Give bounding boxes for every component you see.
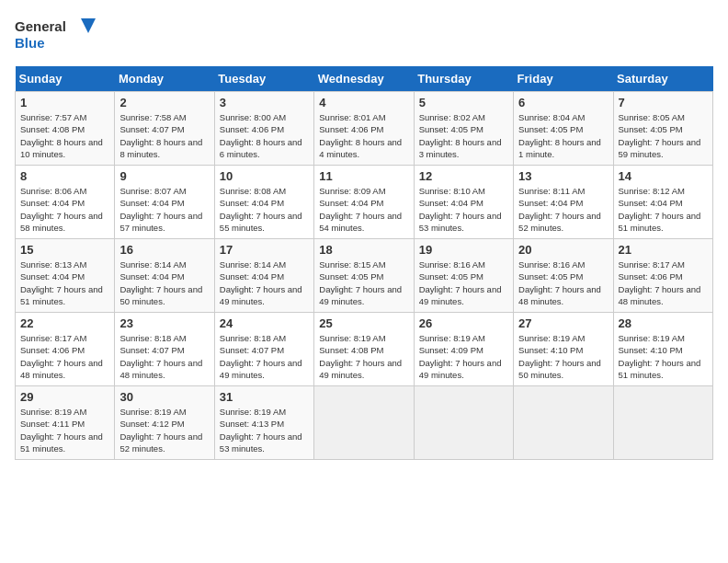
day-number: 15 [20,243,109,257]
svg-text:General: General [15,18,66,34]
calendar-day-cell: 4 Sunrise: 8:01 AM Sunset: 4:06 PM Dayli… [314,92,414,166]
day-info: Sunrise: 8:18 AM Sunset: 4:07 PM Dayligh… [119,332,209,381]
day-info: Sunrise: 7:57 AM Sunset: 4:08 PM Dayligh… [20,111,109,160]
calendar-day-cell: 15 Sunrise: 8:13 AM Sunset: 4:04 PM Dayl… [16,239,115,313]
day-info: Sunrise: 8:17 AM Sunset: 4:06 PM Dayligh… [20,332,109,381]
day-number: 31 [220,390,309,404]
day-number: 25 [319,316,408,330]
calendar-day-cell: 1 Sunrise: 7:57 AM Sunset: 4:08 PM Dayli… [16,92,115,166]
day-info: Sunrise: 8:19 AM Sunset: 4:12 PM Dayligh… [119,406,209,454]
calendar-day-cell: 29 Sunrise: 8:19 AM Sunset: 4:11 PM Dayl… [16,386,115,460]
day-number: 13 [518,169,608,183]
day-info: Sunrise: 8:16 AM Sunset: 4:05 PM Dayligh… [419,259,508,307]
day-info: Sunrise: 8:19 AM Sunset: 4:09 PM Dayligh… [419,332,508,381]
day-number: 20 [518,243,608,257]
calendar-day-cell: 8 Sunrise: 8:06 AM Sunset: 4:04 PM Dayli… [16,166,115,239]
calendar-day-cell: 16 Sunrise: 8:14 AM Sunset: 4:04 PM Dayl… [115,239,214,313]
day-of-week-header: Thursday [414,66,513,92]
calendar-day-cell: 10 Sunrise: 8:08 AM Sunset: 4:04 PM Dayl… [214,166,313,239]
calendar-day-cell: 20 Sunrise: 8:16 AM Sunset: 4:05 PM Dayl… [514,239,613,313]
day-number: 21 [619,243,708,257]
day-of-week-header: Sunday [16,66,115,92]
day-number: 6 [518,96,608,109]
calendar-day-cell: 30 Sunrise: 8:19 AM Sunset: 4:12 PM Dayl… [115,386,214,460]
day-number: 5 [419,96,508,109]
day-info: Sunrise: 8:07 AM Sunset: 4:04 PM Dayligh… [119,185,209,234]
day-info: Sunrise: 8:19 AM Sunset: 4:11 PM Dayligh… [20,406,109,454]
empty-cell [613,386,712,460]
day-info: Sunrise: 8:05 AM Sunset: 4:05 PM Dayligh… [619,111,708,160]
day-info: Sunrise: 8:10 AM Sunset: 4:04 PM Dayligh… [419,185,508,234]
calendar-day-cell: 14 Sunrise: 8:12 AM Sunset: 4:04 PM Dayl… [613,166,712,239]
day-info: Sunrise: 8:00 AM Sunset: 4:06 PM Dayligh… [220,111,309,160]
day-number: 1 [20,96,109,109]
calendar-day-cell: 24 Sunrise: 8:18 AM Sunset: 4:07 PM Dayl… [214,313,313,386]
day-number: 3 [220,96,309,109]
day-number: 11 [319,169,408,183]
day-number: 17 [220,243,309,257]
day-of-week-header: Tuesday [214,66,313,92]
calendar-day-cell: 19 Sunrise: 8:16 AM Sunset: 4:05 PM Dayl… [414,239,513,313]
day-info: Sunrise: 8:11 AM Sunset: 4:04 PM Dayligh… [518,185,608,234]
day-info: Sunrise: 8:19 AM Sunset: 4:10 PM Dayligh… [619,332,708,381]
day-info: Sunrise: 8:13 AM Sunset: 4:04 PM Dayligh… [20,259,109,307]
calendar-day-cell: 2 Sunrise: 7:58 AM Sunset: 4:07 PM Dayli… [115,92,214,166]
day-number: 28 [619,316,708,330]
calendar-day-cell: 18 Sunrise: 8:15 AM Sunset: 4:05 PM Dayl… [314,239,414,313]
day-number: 22 [20,316,109,330]
day-of-week-header: Saturday [613,66,712,92]
day-number: 23 [119,316,209,330]
day-info: Sunrise: 8:19 AM Sunset: 4:13 PM Dayligh… [220,406,309,454]
calendar-day-cell: 6 Sunrise: 8:04 AM Sunset: 4:05 PM Dayli… [514,92,613,166]
calendar-day-cell: 31 Sunrise: 8:19 AM Sunset: 4:13 PM Dayl… [214,386,313,460]
day-info: Sunrise: 8:09 AM Sunset: 4:04 PM Dayligh… [319,185,408,234]
calendar-day-cell: 13 Sunrise: 8:11 AM Sunset: 4:04 PM Dayl… [514,166,613,239]
day-of-week-header: Monday [115,66,214,92]
calendar-day-cell: 28 Sunrise: 8:19 AM Sunset: 4:10 PM Dayl… [613,313,712,386]
calendar-day-cell: 26 Sunrise: 8:19 AM Sunset: 4:09 PM Dayl… [414,313,513,386]
day-number: 24 [220,316,309,330]
svg-text:Blue: Blue [15,35,45,51]
day-number: 29 [20,390,109,404]
calendar-table: SundayMondayTuesdayWednesdayThursdayFrid… [15,66,713,460]
empty-cell [414,386,513,460]
day-of-week-header: Wednesday [314,66,414,92]
day-number: 10 [220,169,309,183]
day-number: 7 [619,96,708,109]
day-info: Sunrise: 8:14 AM Sunset: 4:04 PM Dayligh… [220,259,309,307]
day-info: Sunrise: 8:04 AM Sunset: 4:05 PM Dayligh… [518,111,608,160]
day-number: 18 [319,243,408,257]
day-info: Sunrise: 8:15 AM Sunset: 4:05 PM Dayligh… [319,259,408,307]
calendar-day-cell: 21 Sunrise: 8:17 AM Sunset: 4:06 PM Dayl… [613,239,712,313]
empty-cell [314,386,414,460]
day-number: 26 [419,316,508,330]
page-header: General Blue [15,15,713,55]
day-of-week-header: Friday [514,66,613,92]
logo: General Blue [15,15,97,55]
calendar-day-cell: 22 Sunrise: 8:17 AM Sunset: 4:06 PM Dayl… [16,313,115,386]
day-info: Sunrise: 8:01 AM Sunset: 4:06 PM Dayligh… [319,111,408,160]
calendar-day-cell: 12 Sunrise: 8:10 AM Sunset: 4:04 PM Dayl… [414,166,513,239]
calendar-day-cell: 17 Sunrise: 8:14 AM Sunset: 4:04 PM Dayl… [214,239,313,313]
day-number: 30 [119,390,209,404]
calendar-day-cell: 11 Sunrise: 8:09 AM Sunset: 4:04 PM Dayl… [314,166,414,239]
day-number: 16 [119,243,209,257]
calendar-day-cell: 23 Sunrise: 8:18 AM Sunset: 4:07 PM Dayl… [115,313,214,386]
day-info: Sunrise: 8:06 AM Sunset: 4:04 PM Dayligh… [20,185,109,234]
day-info: Sunrise: 8:19 AM Sunset: 4:08 PM Dayligh… [319,332,408,381]
day-number: 4 [319,96,408,109]
day-number: 14 [619,169,708,183]
day-number: 8 [20,169,109,183]
svg-marker-2 [81,18,96,33]
day-info: Sunrise: 8:14 AM Sunset: 4:04 PM Dayligh… [119,259,209,307]
calendar-day-cell: 9 Sunrise: 8:07 AM Sunset: 4:04 PM Dayli… [115,166,214,239]
day-info: Sunrise: 8:18 AM Sunset: 4:07 PM Dayligh… [220,332,309,381]
calendar-day-cell: 25 Sunrise: 8:19 AM Sunset: 4:08 PM Dayl… [314,313,414,386]
calendar-day-cell: 27 Sunrise: 8:19 AM Sunset: 4:10 PM Dayl… [514,313,613,386]
day-info: Sunrise: 7:58 AM Sunset: 4:07 PM Dayligh… [119,111,209,160]
calendar-day-cell: 5 Sunrise: 8:02 AM Sunset: 4:05 PM Dayli… [414,92,513,166]
day-info: Sunrise: 8:02 AM Sunset: 4:05 PM Dayligh… [419,111,508,160]
day-number: 2 [119,96,209,109]
day-info: Sunrise: 8:17 AM Sunset: 4:06 PM Dayligh… [619,259,708,307]
calendar-day-cell: 7 Sunrise: 8:05 AM Sunset: 4:05 PM Dayli… [613,92,712,166]
